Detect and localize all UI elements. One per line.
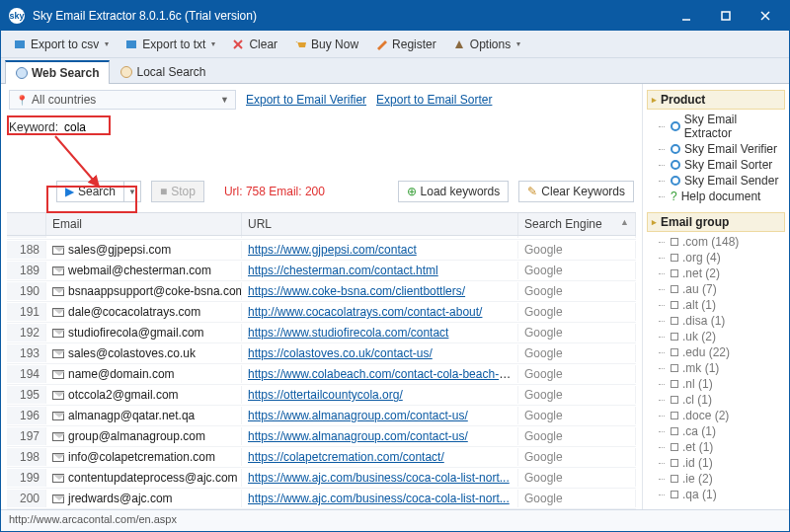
product-section-title[interactable]: Product xyxy=(647,90,785,110)
box-icon xyxy=(671,364,678,372)
result-url-link[interactable]: https://colapetcremation.com/contact/ xyxy=(248,450,444,464)
box-icon xyxy=(671,285,678,293)
export-to-sorter-link[interactable]: Export to Email Sorter xyxy=(376,93,492,107)
product-item[interactable]: Sky Email Extractor xyxy=(647,112,785,141)
result-url-link[interactable]: https://www.almanagroup.com/contact-us/ xyxy=(248,409,468,422)
close-button[interactable] xyxy=(746,1,785,31)
email-group-item[interactable]: .mk (1) xyxy=(647,360,785,376)
product-item[interactable]: ?Help document xyxy=(647,189,785,204)
grid-body[interactable]: 185customercare@bikeshare.iehttps://www.… xyxy=(7,236,636,509)
search-button[interactable]: ▶Search xyxy=(56,181,123,202)
cell-email: name@domain.com xyxy=(46,365,242,383)
table-row[interactable]: 197group@almanagroup.comhttps://www.alma… xyxy=(7,426,636,447)
play-icon: ▶ xyxy=(65,185,74,198)
stop-button[interactable]: ■Stop xyxy=(151,181,204,202)
email-group-item[interactable]: .edu (22) xyxy=(647,344,785,360)
countries-dropdown[interactable]: 📍 All countries ▼ xyxy=(9,90,236,110)
cell-search-engine: Google xyxy=(518,303,636,321)
product-item[interactable]: Sky Email Sorter xyxy=(647,157,785,173)
maximize-button[interactable] xyxy=(706,1,746,31)
email-group-item[interactable]: .ie (2) xyxy=(647,471,785,487)
svg-rect-1 xyxy=(722,12,730,20)
email-group-item[interactable]: .et (1) xyxy=(647,439,785,455)
table-row[interactable]: 190bsnaappsupport@coke-bsna.comhttps://w… xyxy=(7,281,636,302)
email-group-item[interactable]: .ca (1) xyxy=(647,423,785,439)
clear-keywords-button[interactable]: ✎Clear Keywords xyxy=(518,181,634,202)
result-url-link[interactable]: https://www.almanagroup.com/contact-us/ xyxy=(248,429,468,443)
col-rownum[interactable] xyxy=(7,213,46,235)
table-row[interactable]: 198info@colapetcremation.comhttps://cola… xyxy=(7,447,636,468)
table-row[interactable]: 191dale@cocacolatrays.comhttp://www.coca… xyxy=(7,302,636,323)
col-email[interactable]: Email xyxy=(46,213,242,235)
email-group-item[interactable]: .qa (1) xyxy=(647,487,785,502)
export-to-verifier-link[interactable]: Export to Email Verifier xyxy=(246,93,366,107)
email-group-item[interactable]: .alt (1) xyxy=(647,297,785,313)
product-item[interactable]: Sky Email Verifier xyxy=(647,141,785,157)
keyword-input[interactable] xyxy=(62,119,181,135)
result-url-link[interactable]: https://www.colabeach.com/contact-cola-b… xyxy=(248,367,512,381)
minimize-button[interactable] xyxy=(667,1,706,31)
table-row[interactable]: 196almanagp@qatar.net.qahttps://www.alma… xyxy=(7,406,636,426)
result-url-link[interactable]: https://www.gjpepsi.com/contact xyxy=(248,243,417,257)
table-row[interactable]: 199contentupdateprocess@ajc.comhttps://w… xyxy=(7,468,636,489)
email-group-item[interactable]: .id (1) xyxy=(647,455,785,471)
col-search-engine[interactable]: Search Engine ▲ xyxy=(518,213,636,235)
buy-now-button[interactable]: Buy Now xyxy=(287,36,364,53)
cell-email: webmail@chesterman.com xyxy=(46,262,242,279)
table-row[interactable]: 195otccola2@gmail.comhttps://ottertailco… xyxy=(7,385,636,406)
result-url-link[interactable]: https://www.coke-bsna.com/clientbottlers… xyxy=(248,284,465,298)
result-url-link[interactable]: https://www.ajc.com/business/coca-cola-l… xyxy=(248,492,510,505)
cell-search-engine: Google xyxy=(518,241,636,259)
globe-icon xyxy=(671,144,680,154)
table-row[interactable]: 189webmail@chesterman.comhttps://chester… xyxy=(7,261,636,281)
result-url-link[interactable]: https://colastoves.co.uk/contact-us/ xyxy=(248,346,433,360)
cell-email: info@colapetcremation.com xyxy=(46,448,242,466)
email-group-item[interactable]: .org (4) xyxy=(647,250,785,266)
col-url[interactable]: URL xyxy=(242,213,518,235)
result-url-link[interactable]: https://chesterman.com/contact.html xyxy=(248,264,438,277)
search-dropdown-button[interactable]: ▼ xyxy=(123,181,141,202)
table-row[interactable]: 188sales@gjpepsi.comhttps://www.gjpepsi.… xyxy=(7,240,636,261)
table-row[interactable]: 200jredwards@ajc.comhttps://www.ajc.com/… xyxy=(7,489,636,509)
email-group-section-title[interactable]: Email group xyxy=(647,212,785,232)
export-txt-button[interactable]: Export to txt▾ xyxy=(118,36,221,53)
options-button[interactable]: Options▾ xyxy=(446,36,526,53)
load-keywords-button[interactable]: ⊕Load keywords xyxy=(398,181,510,202)
table-row[interactable]: 193sales@colastoves.co.ukhttps://colasto… xyxy=(7,343,636,364)
cell-url: https://www.gjpepsi.com/contact xyxy=(242,236,518,238)
clear-button[interactable]: Clear xyxy=(225,36,283,53)
result-url-link[interactable]: https://www.studiofirecola.com/contact xyxy=(248,326,448,340)
cell-email: studiofirecola@gmail.com xyxy=(46,324,242,342)
email-group-item[interactable]: .net (2) xyxy=(647,266,785,281)
tab-web-search[interactable]: Web Search xyxy=(5,60,110,84)
table-row[interactable]: 194name@domain.comhttps://www.colabeach.… xyxy=(7,364,636,385)
cell-search-engine: Google xyxy=(518,448,636,466)
register-button[interactable]: Register xyxy=(368,36,442,53)
cell-search-engine: Google xyxy=(518,386,636,404)
title-bar: sky Sky Email Extractor 8.0.1.6c (Trial … xyxy=(1,1,789,31)
folder-icon xyxy=(120,66,132,78)
email-group-item[interactable]: .au (7) xyxy=(647,281,785,297)
row-number: 192 xyxy=(7,324,46,342)
svg-rect-5 xyxy=(126,40,136,48)
table-row[interactable]: 192studiofirecola@gmail.comhttps://www.s… xyxy=(7,323,636,343)
export-csv-button[interactable]: Export to csv▾ xyxy=(7,36,115,53)
result-url-link[interactable]: http://www.cocacolatrays.com/contact-abo… xyxy=(248,305,482,319)
email-group-item[interactable]: .cl (1) xyxy=(647,392,785,408)
cell-search-engine: Google xyxy=(518,407,636,424)
email-group-item[interactable]: .disa (1) xyxy=(647,313,785,329)
email-group-item[interactable]: .uk (2) xyxy=(647,329,785,344)
result-url-link[interactable]: https://ottertailcountycola.org/ xyxy=(248,388,403,402)
box-icon xyxy=(671,238,678,246)
result-url-link[interactable]: https://www.ajc.com/business/coca-cola-l… xyxy=(248,471,510,485)
email-group-item[interactable]: .com (148) xyxy=(647,234,785,250)
globe-icon xyxy=(671,176,680,186)
globe-icon xyxy=(671,121,680,131)
cell-search-engine: Google xyxy=(518,262,636,279)
product-item[interactable]: Sky Email Sender xyxy=(647,173,785,189)
cell-search-engine: Google xyxy=(518,427,636,445)
tab-local-search[interactable]: Local Search xyxy=(110,60,216,83)
email-group-item[interactable]: .nl (1) xyxy=(647,376,785,392)
email-group-item[interactable]: .doce (2) xyxy=(647,408,785,423)
cell-search-engine: Google xyxy=(518,324,636,342)
